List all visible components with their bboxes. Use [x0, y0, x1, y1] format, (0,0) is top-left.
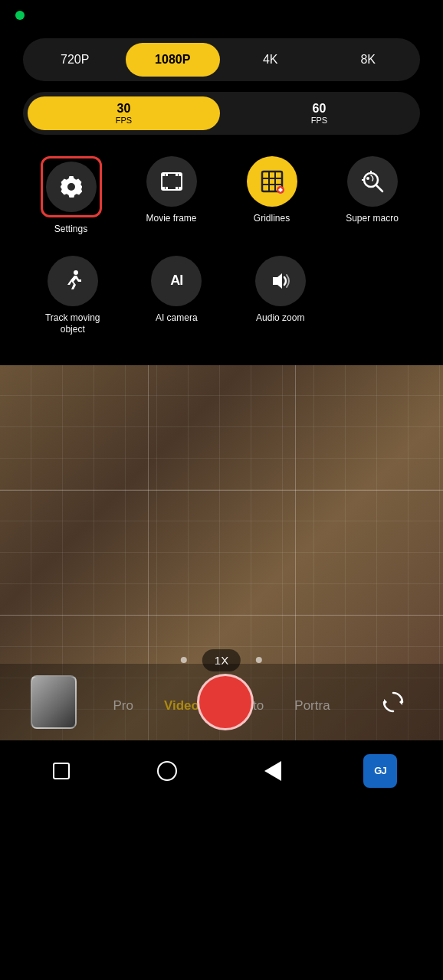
fps-60-label: FPS: [311, 116, 327, 125]
super-macro-icon-wrap: [347, 156, 398, 207]
flip-icon: [379, 688, 407, 716]
svg-point-18: [366, 177, 369, 180]
fps-selector: 30 FPS 60 FPS: [23, 92, 420, 135]
gallery-thumbnail[interactable]: [31, 675, 77, 729]
fps-30-label: FPS: [116, 116, 132, 125]
zoom-dot-left: [181, 657, 187, 663]
movie-frame-label: Movie frame: [146, 213, 196, 225]
resolution-8k[interactable]: 8K: [321, 43, 416, 77]
fps-30-number: 30: [117, 102, 131, 116]
svg-rect-8: [176, 187, 178, 190]
controls-panel: 720P 1080P 4K 8K 30 FPS 60 FPS Settings: [0, 31, 443, 365]
grid-icon: [260, 169, 284, 194]
gear-icon: [59, 175, 84, 199]
gridlines-feature[interactable]: Gridlines: [224, 150, 320, 242]
svg-marker-23: [399, 699, 402, 705]
movie-frame-icon-wrap: [146, 156, 197, 207]
grid-line-h1: [0, 490, 443, 491]
recents-icon: [53, 763, 70, 779]
resolution-4k[interactable]: 4K: [223, 43, 318, 77]
svg-rect-4: [179, 187, 182, 190]
ai-text-icon: AI: [170, 273, 182, 289]
ai-camera-feature[interactable]: AI AI camera: [127, 250, 227, 342]
svg-rect-1: [162, 173, 165, 176]
navigation-bar: GJ: [0, 740, 443, 802]
svg-line-17: [376, 185, 382, 192]
movie-frame-feature[interactable]: Movie frame: [123, 150, 219, 242]
track-moving-label: Track movingobject: [45, 312, 100, 336]
zoom-dot-right: [256, 657, 262, 663]
nav-recents-button[interactable]: [46, 756, 77, 786]
svg-marker-22: [273, 273, 282, 289]
audio-zoom-icon: [268, 269, 293, 293]
track-moving-icon-wrap: [48, 256, 98, 306]
svg-rect-6: [176, 173, 178, 176]
feature-grid-row1: Settings Movie frame: [23, 150, 420, 242]
svg-marker-24: [384, 699, 387, 705]
super-macro-label: Super macro: [346, 213, 399, 225]
movie-frame-icon: [159, 169, 184, 194]
audio-zoom-icon-wrap: [255, 256, 306, 306]
record-button[interactable]: [197, 674, 254, 730]
svg-point-21: [74, 270, 78, 275]
svg-rect-3: [162, 187, 165, 190]
svg-rect-2: [179, 173, 182, 176]
camera-bottom-controls: [0, 664, 443, 740]
settings-icon-wrap: [46, 162, 97, 212]
grid-line-h2: [0, 615, 443, 616]
super-macro-feature[interactable]: Super macro: [324, 150, 420, 242]
settings-label: Settings: [54, 224, 87, 236]
fps-30[interactable]: 30 FPS: [28, 96, 220, 130]
feature-grid-row2: Track movingobject AI AI camera Audio zo…: [23, 250, 420, 350]
settings-feature[interactable]: Settings: [23, 150, 119, 242]
svg-rect-7: [166, 187, 168, 190]
track-moving-feature[interactable]: Track movingobject: [23, 250, 123, 342]
settings-highlight-border: [41, 156, 102, 217]
run-icon: [61, 269, 85, 293]
gridlines-icon-wrap: [247, 156, 297, 207]
flip-camera-button[interactable]: [374, 683, 412, 721]
home-icon: [157, 761, 177, 781]
status-dot: [15, 11, 25, 20]
resolution-1080p[interactable]: 1080P: [126, 43, 221, 77]
super-macro-icon: [360, 169, 385, 194]
ai-camera-label: AI camera: [156, 312, 198, 325]
viewfinder: 1X Pro Video Photo Portra: [0, 365, 443, 740]
fps-60[interactable]: 60 FPS: [223, 96, 415, 130]
ai-camera-icon-wrap: AI: [151, 256, 202, 306]
svg-rect-5: [166, 173, 168, 176]
gj-logo: GJ: [363, 754, 397, 788]
resolution-selector: 720P 1080P 4K 8K: [23, 38, 420, 81]
gridlines-label: Gridlines: [254, 213, 290, 225]
fps-60-number: 60: [313, 102, 327, 116]
audio-zoom-feature[interactable]: Audio zoom: [231, 250, 330, 342]
back-icon: [264, 761, 281, 781]
nav-home-button[interactable]: [152, 756, 182, 786]
audio-zoom-label: Audio zoom: [256, 312, 304, 325]
nav-back-button[interactable]: [258, 756, 288, 786]
resolution-720p[interactable]: 720P: [28, 43, 123, 77]
status-bar: [0, 0, 443, 31]
